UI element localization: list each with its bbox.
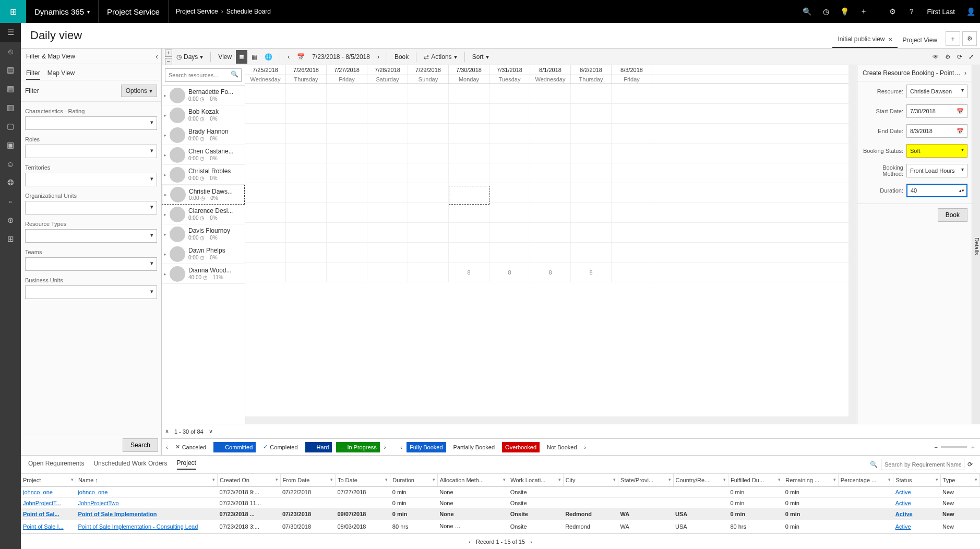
calendar-cell[interactable] [327, 104, 367, 123]
nav-document-icon[interactable]: ▢ [0, 117, 21, 136]
date-range[interactable]: 7/23/2018 - 8/5/2018 [309, 50, 373, 64]
calendar-cell[interactable] [327, 124, 367, 143]
hamburger-icon[interactable]: ☰ [0, 23, 21, 42]
gear-icon[interactable]: ⚙ [942, 50, 954, 64]
nav-item-10[interactable]: ⊛ [0, 211, 21, 230]
calendar-cell[interactable] [612, 223, 652, 242]
close-icon[interactable]: ✕ [888, 37, 892, 42]
fullscreen-icon[interactable]: ⤢ [965, 50, 977, 64]
end-date-input[interactable]: 8/3/2018 [906, 124, 967, 138]
calendar-cell[interactable] [530, 223, 571, 242]
business-units-dropdown[interactable] [25, 285, 157, 299]
calendar-row[interactable] [245, 243, 848, 262]
booking-status-dropdown[interactable]: Soft [906, 144, 967, 158]
project-link[interactable]: Point of Sal... [23, 511, 59, 517]
calendar-cell[interactable] [449, 104, 489, 123]
zoom-out-icon[interactable]: − [935, 444, 938, 450]
calendar-cell[interactable] [571, 183, 612, 202]
calendar-cell[interactable] [286, 223, 327, 242]
table-row[interactable]: johnco_onejohnco_one07/23/2018 9:...07/2… [21, 487, 980, 498]
col-alloc[interactable]: Allocation Meth...▾ [437, 474, 508, 487]
calendar-cell[interactable] [530, 124, 571, 143]
resource-row[interactable]: ▸Cheri Castane...0:00 ◷0% [162, 145, 245, 165]
calendar-cell[interactable] [367, 144, 408, 163]
collapse-rows-icon[interactable]: − [165, 58, 172, 65]
horizontal-scrollbar[interactable] [245, 416, 848, 424]
calendar-cell[interactable] [571, 163, 612, 183]
duration-input[interactable]: 40▴▾ [906, 184, 967, 197]
view-globe-icon[interactable]: 🌐 [261, 50, 276, 64]
name-link[interactable]: Point of Sale Implementation [78, 511, 157, 517]
col-workloc[interactable]: Work Locati...▾ [508, 474, 563, 487]
calendar-cell[interactable] [530, 183, 571, 202]
chevron-right-icon[interactable]: › [964, 69, 966, 77]
calendar-cell[interactable] [408, 183, 449, 202]
brand[interactable]: Dynamics 365 ▾ [26, 0, 99, 23]
prev-range-button[interactable]: ‹ [284, 50, 293, 64]
calendar-cell[interactable] [612, 203, 652, 222]
status-link[interactable]: Active [895, 523, 911, 530]
calendar-cell[interactable] [367, 104, 408, 123]
book-button[interactable]: Book [391, 50, 412, 64]
calendar-cell[interactable] [367, 84, 408, 103]
calendar-cell[interactable] [245, 243, 286, 262]
calendar-cell[interactable] [571, 144, 612, 163]
calendar-cell[interactable] [489, 124, 530, 143]
calendar-cell[interactable] [612, 144, 652, 163]
calendar-cell[interactable] [489, 223, 530, 242]
calendar-row[interactable] [245, 104, 848, 124]
app-name[interactable]: Project Service [99, 0, 169, 23]
project-link[interactable]: johnco_one [23, 489, 53, 495]
legend-next[interactable]: › [384, 444, 386, 450]
calendar-cell[interactable] [408, 104, 449, 123]
calendar-cell[interactable] [408, 144, 449, 163]
zoom-in-icon[interactable]: ＋ [970, 443, 976, 451]
calendar-cell[interactable] [286, 243, 327, 262]
record-prev[interactable]: ‹ [469, 539, 471, 545]
calendar-cell[interactable] [530, 104, 571, 123]
breadcrumb-1[interactable]: Project Service [176, 8, 218, 15]
calendar-cell[interactable] [408, 223, 449, 242]
calendar-cell[interactable] [286, 144, 327, 163]
user-icon[interactable]: 👤 [961, 0, 980, 23]
expand-rows-icon[interactable]: + [165, 50, 172, 57]
org-units-dropdown[interactable] [25, 201, 157, 214]
refresh-icon[interactable]: ⟳ [954, 50, 965, 64]
resource-row[interactable]: ▸Bernadette Fo...0:00 ◷0% [162, 86, 245, 105]
calendar-cell[interactable] [408, 243, 449, 262]
view-settings-button[interactable]: ⚙ [962, 31, 977, 46]
calendar-cell[interactable] [489, 243, 530, 262]
add-view-button[interactable]: ＋ [946, 31, 960, 46]
calendar-cell[interactable] [327, 183, 367, 202]
col-fulfilled[interactable]: Fulfilled Du...▾ [728, 474, 783, 487]
resource-row[interactable]: ▸Christal Robles0:00 ◷0% [162, 165, 245, 185]
eye-icon[interactable]: 👁 [929, 50, 942, 64]
calendar-cell[interactable] [449, 223, 489, 242]
calendar-cell[interactable] [245, 104, 286, 123]
calendar-cell[interactable] [489, 84, 530, 103]
col-status[interactable]: Status▾ [893, 474, 940, 487]
search-button[interactable]: Search [123, 438, 158, 452]
record-next[interactable]: › [530, 539, 532, 545]
calendar-cell[interactable] [612, 243, 652, 262]
calendar-cell[interactable] [449, 243, 489, 262]
options-button[interactable]: Options▾ [121, 85, 157, 97]
calendar-cell[interactable] [612, 183, 652, 202]
details-tab[interactable]: Details [972, 65, 980, 424]
calendar-cell[interactable] [286, 104, 327, 123]
calendar-cell[interactable]: 8 [449, 262, 489, 282]
view-grid-icon[interactable]: ▦ [248, 50, 260, 64]
resource-row[interactable]: ▸Dawn Phelps0:00 ◷0% [162, 244, 245, 264]
legend-next-2[interactable]: › [584, 444, 587, 450]
resource-row[interactable]: ▸Bob Kozak0:00 ◷0% [162, 105, 245, 125]
calendar-cell[interactable]: 8 [530, 262, 571, 282]
view-list-icon[interactable]: ≣ [236, 50, 247, 64]
calendar-cell[interactable] [489, 183, 530, 202]
tab-unscheduled-work-orders[interactable]: Unscheduled Work Orders [93, 460, 167, 469]
calendar-row[interactable] [245, 84, 848, 104]
calendar-cell[interactable] [571, 243, 612, 262]
nav-item-1[interactable]: ⎋ [0, 42, 21, 61]
bulb-icon[interactable]: 💡 [835, 0, 854, 23]
calendar-cell[interactable] [327, 262, 367, 282]
calendar-cell[interactable] [327, 144, 367, 163]
